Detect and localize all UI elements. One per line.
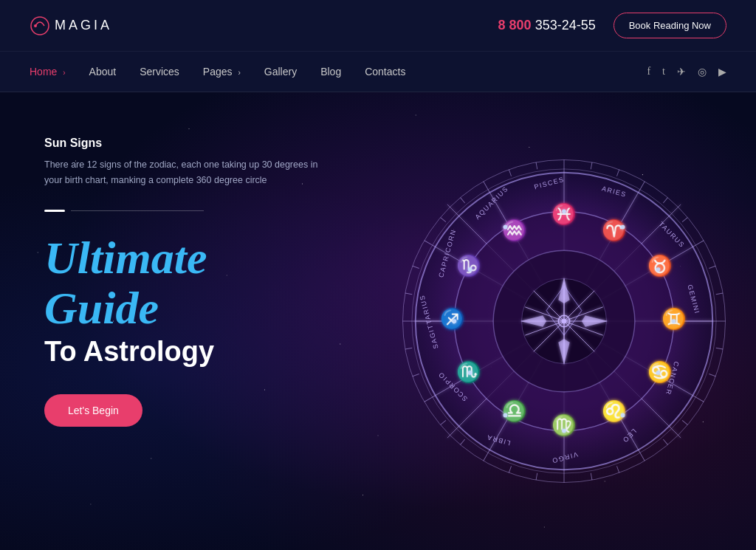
svg-point-67 xyxy=(504,225,508,230)
svg-point-65 xyxy=(453,319,457,323)
svg-point-64 xyxy=(468,371,472,375)
nav-link-contacts[interactable]: Contacts xyxy=(365,66,405,78)
svg-point-61 xyxy=(621,413,625,418)
svg-line-102 xyxy=(509,170,511,176)
svg-point-58 xyxy=(656,267,661,272)
svg-point-0 xyxy=(31,17,49,35)
header: MAGIA 8 800 353-24-55 Book Reading Now xyxy=(0,0,756,52)
svg-line-88 xyxy=(509,466,511,472)
svg-line-71 xyxy=(639,182,645,193)
nav-link-blog[interactable]: Blog xyxy=(320,66,341,78)
svg-point-66 xyxy=(468,267,472,272)
svg-text:♉: ♉ xyxy=(647,254,673,278)
divider xyxy=(44,210,325,212)
headline-line1: Ultimate Guide xyxy=(44,233,325,333)
nav-link-services[interactable]: Services xyxy=(140,66,179,78)
zodiac-wheel-svg: // Ticks rendered via SVG xyxy=(394,144,734,498)
svg-text:♐: ♐ xyxy=(440,307,465,331)
phone-prefix: 8 800 xyxy=(498,18,532,32)
phone-number: 353-24-55 xyxy=(535,18,596,32)
phone: 8 800 353-24-55 xyxy=(498,18,596,33)
nav-link-about[interactable]: About xyxy=(89,66,117,78)
divider-line xyxy=(71,210,204,211)
telegram-icon[interactable]: ✈ xyxy=(677,66,686,78)
svg-line-101 xyxy=(484,182,490,193)
svg-line-92 xyxy=(425,396,436,402)
svg-text:♓: ♓ xyxy=(552,202,577,226)
svg-line-85 xyxy=(591,473,592,480)
svg-text:♒: ♒ xyxy=(502,219,527,242)
svg-line-98 xyxy=(425,241,436,247)
svg-line-103 xyxy=(536,162,537,169)
svg-line-96 xyxy=(405,293,412,295)
svg-line-89 xyxy=(484,450,490,461)
divider-highlight xyxy=(44,210,65,212)
svg-text:♊: ♊ xyxy=(662,307,687,331)
sunsigns-title: Sun Signs xyxy=(44,137,325,150)
facebook-icon[interactable]: f xyxy=(647,66,650,78)
svg-line-82 xyxy=(663,439,667,444)
svg-line-100 xyxy=(461,198,465,203)
navigation: Home › About Services Pages › Gallery Bl… xyxy=(0,52,756,92)
svg-point-59 xyxy=(672,319,676,323)
nav-links: Home › About Services Pages › Gallery Bl… xyxy=(30,65,405,78)
svg-line-93 xyxy=(413,374,419,376)
svg-line-69 xyxy=(591,162,592,169)
svg-point-1 xyxy=(34,24,37,27)
svg-line-91 xyxy=(441,420,446,424)
nav-item-pages[interactable]: Pages › xyxy=(203,65,241,78)
svg-line-79 xyxy=(709,374,715,376)
svg-line-78 xyxy=(716,348,723,349)
svg-line-90 xyxy=(461,439,465,444)
social-icons: f t ✈ ◎ ▶ xyxy=(647,66,726,78)
nav-item-home[interactable]: Home › xyxy=(30,65,66,78)
svg-line-72 xyxy=(663,198,667,203)
svg-line-73 xyxy=(682,218,687,222)
nav-link-pages[interactable]: Pages › xyxy=(203,66,241,78)
svg-point-56 xyxy=(562,210,566,214)
nav-item-services[interactable]: Services xyxy=(140,65,179,78)
svg-text:♑: ♑ xyxy=(456,254,481,278)
svg-line-70 xyxy=(616,170,619,176)
svg-line-74 xyxy=(693,241,704,247)
svg-line-94 xyxy=(405,348,412,349)
svg-point-57 xyxy=(621,225,625,230)
svg-text:♌: ♌ xyxy=(602,399,627,423)
svg-text:♎: ♎ xyxy=(502,399,527,423)
hero-section: // Ticks rendered via SVG xyxy=(0,92,756,550)
sunsigns-description: There are 12 signs of the zodiac, each o… xyxy=(44,157,325,189)
svg-line-76 xyxy=(716,293,723,295)
svg-line-87 xyxy=(536,473,537,480)
svg-point-63 xyxy=(504,413,508,418)
nav-item-blog[interactable]: Blog xyxy=(320,65,341,78)
nav-item-gallery[interactable]: Gallery xyxy=(264,65,297,78)
hero-content: Sun Signs There are 12 signs of the zodi… xyxy=(44,137,325,427)
svg-line-81 xyxy=(682,420,687,424)
book-reading-button[interactable]: Book Reading Now xyxy=(614,13,726,38)
svg-line-75 xyxy=(709,266,715,268)
svg-text:♍: ♍ xyxy=(552,413,577,437)
svg-line-84 xyxy=(616,466,619,472)
logo-icon xyxy=(30,16,50,36)
zodiac-wheel: // Ticks rendered via SVG xyxy=(394,107,734,535)
svg-line-99 xyxy=(441,218,446,222)
svg-text:♈: ♈ xyxy=(602,219,627,242)
header-right: 8 800 353-24-55 Book Reading Now xyxy=(498,13,726,38)
svg-point-60 xyxy=(656,371,661,375)
logo[interactable]: MAGIA xyxy=(30,16,112,36)
cta-button[interactable]: Let's Begin xyxy=(44,394,142,427)
svg-line-97 xyxy=(413,266,419,268)
svg-line-80 xyxy=(693,396,704,402)
nav-link-home[interactable]: Home › xyxy=(30,66,66,78)
logo-text: MAGIA xyxy=(55,18,112,33)
nav-item-contacts[interactable]: Contacts xyxy=(365,65,405,78)
nav-link-gallery[interactable]: Gallery xyxy=(264,66,297,78)
nav-item-about[interactable]: About xyxy=(89,65,117,78)
youtube-icon[interactable]: ▶ xyxy=(718,66,726,78)
tumblr-icon[interactable]: t xyxy=(662,66,665,78)
svg-line-83 xyxy=(639,450,645,461)
headline-line3: To Astrology xyxy=(44,336,325,368)
svg-point-62 xyxy=(562,429,566,433)
instagram-icon[interactable]: ◎ xyxy=(698,66,707,78)
